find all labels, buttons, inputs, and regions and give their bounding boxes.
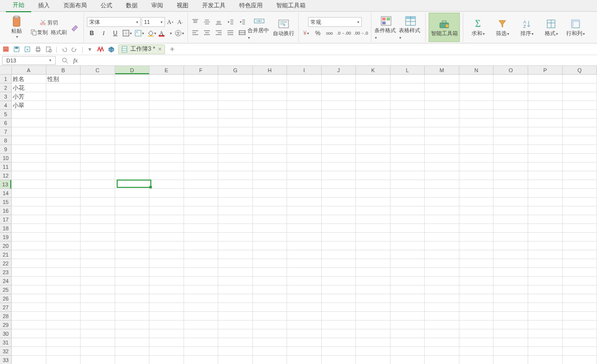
cell[interactable]	[528, 171, 563, 180]
cell[interactable]	[218, 189, 253, 198]
cell[interactable]	[46, 127, 81, 136]
cell[interactable]	[149, 338, 184, 347]
cell[interactable]	[149, 224, 184, 233]
phonetic-button[interactable]: 文▾	[175, 29, 184, 38]
cell[interactable]	[322, 162, 356, 171]
cell[interactable]	[494, 127, 528, 136]
cell[interactable]	[115, 312, 150, 321]
cell[interactable]	[425, 250, 459, 259]
cell[interactable]	[115, 338, 150, 347]
cell[interactable]	[528, 127, 563, 136]
cell[interactable]	[115, 268, 150, 277]
cell[interactable]	[563, 119, 597, 127]
cell[interactable]	[356, 321, 391, 329]
cell[interactable]	[253, 224, 288, 233]
cell[interactable]	[356, 233, 391, 242]
cell[interactable]	[287, 101, 322, 110]
cell[interactable]	[184, 206, 219, 215]
cell[interactable]	[218, 224, 253, 233]
cell[interactable]	[563, 268, 597, 277]
cell[interactable]	[563, 162, 597, 171]
cell[interactable]	[528, 92, 563, 101]
cell[interactable]	[149, 83, 184, 92]
cell[interactable]	[356, 136, 391, 145]
cell[interactable]	[528, 294, 563, 303]
menu-item-0[interactable]: 开始	[6, 0, 31, 12]
cell[interactable]	[356, 101, 391, 110]
cell[interactable]	[528, 285, 563, 294]
font-size-combo[interactable]: 11▾	[142, 17, 165, 27]
cell[interactable]	[287, 268, 322, 277]
cell[interactable]	[184, 75, 219, 83]
cell[interactable]	[425, 312, 459, 321]
cell[interactable]	[356, 206, 391, 215]
cell[interactable]	[149, 268, 184, 277]
select-all-corner[interactable]	[0, 66, 12, 75]
cell[interactable]	[81, 206, 115, 215]
cell[interactable]	[563, 356, 597, 364]
cell[interactable]	[12, 268, 46, 277]
cell[interactable]	[494, 242, 528, 250]
cell[interactable]	[184, 92, 219, 101]
cell[interactable]	[218, 321, 253, 329]
cell[interactable]	[494, 338, 528, 347]
menu-item-8[interactable]: 特色应用	[232, 0, 269, 12]
cell[interactable]	[46, 92, 81, 101]
cell[interactable]	[494, 145, 528, 154]
cell[interactable]	[12, 259, 46, 268]
cell[interactable]	[528, 224, 563, 233]
cell[interactable]	[528, 312, 563, 321]
cell[interactable]	[115, 356, 150, 364]
cell[interactable]	[218, 75, 253, 83]
cell[interactable]	[391, 294, 425, 303]
cell[interactable]	[115, 162, 150, 171]
cell[interactable]	[12, 206, 46, 215]
cell[interactable]	[425, 233, 459, 242]
cell[interactable]	[356, 303, 391, 312]
cell[interactable]	[115, 321, 150, 329]
cell[interactable]	[218, 110, 253, 119]
cell[interactable]	[149, 329, 184, 338]
cell[interactable]	[253, 101, 288, 110]
cell[interactable]	[46, 277, 81, 285]
col-header[interactable]: A	[12, 66, 46, 74]
cell[interactable]	[253, 329, 288, 338]
row-header[interactable]: 32	[0, 347, 11, 356]
increase-font-button[interactable]: A+	[166, 18, 175, 26]
redo-icon[interactable]	[71, 45, 79, 53]
cell[interactable]	[563, 75, 597, 83]
cell[interactable]	[115, 242, 150, 250]
cell[interactable]	[391, 75, 425, 83]
cell[interactable]	[425, 268, 459, 277]
cell[interactable]	[322, 145, 356, 154]
cell[interactable]	[46, 198, 81, 206]
cell[interactable]	[287, 162, 322, 171]
cell[interactable]	[46, 136, 81, 145]
eraser-icon[interactable]	[69, 21, 81, 33]
cell[interactable]	[184, 127, 219, 136]
cell[interactable]	[563, 154, 597, 162]
cell[interactable]	[459, 329, 494, 338]
row-header[interactable]: 16	[0, 206, 11, 215]
row-header[interactable]: 33	[0, 356, 11, 364]
cell[interactable]	[494, 75, 528, 83]
cell[interactable]	[81, 75, 115, 83]
cell[interactable]	[425, 338, 459, 347]
row-header[interactable]: 15	[0, 198, 11, 206]
cell[interactable]	[563, 180, 597, 189]
cell[interactable]	[356, 83, 391, 92]
cell[interactable]	[494, 162, 528, 171]
print-icon[interactable]	[34, 45, 42, 53]
cell[interactable]	[115, 101, 150, 110]
cell[interactable]	[184, 347, 219, 356]
cell[interactable]	[287, 338, 322, 347]
cut-button[interactable]: 剪切	[39, 18, 59, 27]
cell[interactable]	[322, 285, 356, 294]
cell[interactable]	[46, 321, 81, 329]
align-justify-button[interactable]	[226, 28, 235, 37]
cell[interactable]	[494, 189, 528, 198]
cell[interactable]	[459, 119, 494, 127]
cell[interactable]	[287, 259, 322, 268]
cell[interactable]	[218, 206, 253, 215]
cell[interactable]	[528, 110, 563, 119]
